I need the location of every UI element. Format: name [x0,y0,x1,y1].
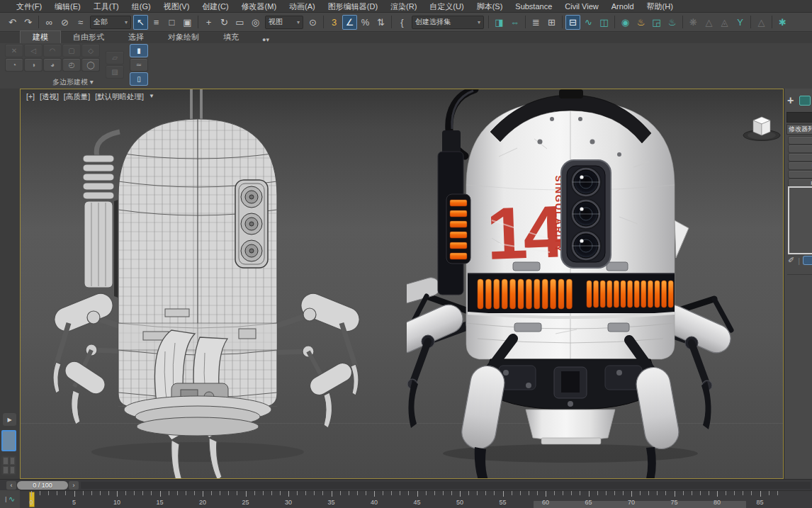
viewport-quality-label[interactable]: [高质量] [64,92,90,102]
layout-flyout-button[interactable]: ▶ [3,413,16,426]
polygon-modeling-label[interactable]: 多边形建模 ▾ [52,77,94,87]
layout-quad-tab[interactable] [1,456,16,475]
unlink-selection-icon[interactable]: ⊘ [57,15,72,30]
spinner-snap-icon[interactable]: ⇅ [373,15,388,30]
layout-single-tab[interactable] [1,430,16,451]
menu-modifiers[interactable]: 修改器(M) [235,0,283,13]
viewcube-home-icon[interactable] [740,109,783,143]
subobj-edge-icon[interactable]: ◁ [25,45,42,57]
tab-object-paint[interactable]: 对象绘制 [156,31,211,43]
next-frame-button[interactable]: › [69,481,79,490]
subobj-element-icon[interactable]: ◇ [82,45,99,57]
bind-to-space-warp-icon[interactable]: ≈ [73,15,88,30]
material-editor-icon[interactable]: ◉ [618,15,633,30]
toolbar-extra-3-icon[interactable]: ◬ [717,15,732,30]
mirror-icon[interactable]: ◨ [492,15,507,30]
collapse-stack-icon[interactable]: ▯ [130,73,147,85]
align-icon[interactable]: ⇔ [507,15,522,30]
viewport-shading-label[interactable]: [默认明暗处理] [95,92,144,102]
menu-arnold[interactable]: Arnold [605,0,641,13]
menu-views[interactable]: 视图(V) [157,0,196,13]
menu-customize[interactable]: 自定义(U) [423,0,470,13]
render-setup-icon[interactable]: ♨ [633,15,648,30]
scene-explorer-icon[interactable]: ≣ [529,15,543,30]
pin-stack-icon[interactable]: ✐ [788,256,794,265]
modifier-list-dropdown[interactable]: 修改器列表 [786,124,812,135]
add-toolbar-button[interactable]: + [787,94,794,107]
viewport-pov-label[interactable]: [透视] [40,92,59,102]
subobj-vertex-icon[interactable]: ✕ [6,45,23,57]
toolbar-extra-5-icon[interactable]: ✱ [775,15,790,30]
toolbar-extra-1-icon[interactable]: ❋ [686,15,701,30]
modifier-button-1[interactable]: 光 [789,137,812,144]
menu-help[interactable]: 帮助(H) [641,0,680,13]
menu-group[interactable]: 组(G) [125,0,157,13]
select-and-place-icon[interactable]: ◎ [248,15,263,30]
textured-robot-model[interactable]: 14 SINGULARiTY [407,89,784,478]
modifier-button-5[interactable]: 推 [789,171,812,178]
undo-icon[interactable]: ↶ [5,15,20,30]
curve-editor-icon[interactable]: ∿ [581,15,596,30]
select-by-name-icon[interactable]: ≡ [149,15,164,30]
modifier-button-4[interactable]: UVW [789,162,812,169]
toolbar-extra-2-icon[interactable]: △ [701,15,716,30]
mini-curve-editor-button[interactable]: I∿ [0,490,21,508]
menu-graph-editors[interactable]: 图形编辑器(D) [322,0,384,13]
time-slider-track[interactable] [81,482,811,489]
modify-mode-1-icon[interactable]: ▱ [106,52,123,64]
menu-tools[interactable]: 工具(T) [87,0,125,13]
object-name-field[interactable] [786,112,812,123]
menu-scripting[interactable]: 脚本(S) [470,0,509,13]
toolbar-extra-4-icon[interactable]: △ [754,15,769,30]
select-and-rotate-icon[interactable]: ↻ [217,15,232,30]
time-slider[interactable]: 0 / 100 [17,481,68,490]
use-pivot-point-icon[interactable]: ⊙ [305,15,320,30]
reference-coordinate-dropdown[interactable]: 视图▾ [265,16,303,29]
selection-filter-dropdown[interactable]: 全部▾ [90,16,131,29]
poly-tool-2-icon[interactable]: ◑ [25,59,42,71]
modify-mode-2-icon[interactable]: ▨ [106,66,123,78]
edit-named-selection-sets-icon[interactable]: { [395,15,410,30]
select-and-move-icon[interactable]: + [201,15,216,30]
modifier-button-6[interactable]: Retop [789,179,812,186]
edit-poly-mode-icon[interactable]: ≃ [130,59,147,71]
previous-frame-button[interactable]: ‹ [6,481,16,490]
snaps-toggle-3d-icon[interactable]: 3 [327,15,342,30]
menu-create[interactable]: 创建(C) [196,0,235,13]
track-bar-ruler[interactable]: 0510152025303540455055606570758085 [20,490,812,508]
populate-icon[interactable]: Y [733,15,748,30]
menu-civil-view[interactable]: Civil View [558,0,604,13]
viewport-general-menu[interactable]: [+] [26,92,35,102]
ribbon-toggle-icon[interactable]: ⊟ [565,15,580,30]
perspective-viewport[interactable]: [+][透视][高质量][默认明暗处理]▼ [20,89,784,479]
isolate-filter-icon[interactable]: ▼ [149,92,154,102]
subobj-border-icon[interactable]: ◠ [44,45,61,57]
select-and-link-icon[interactable]: ∞ [42,15,57,30]
layer-explorer-icon[interactable]: ⊞ [544,15,559,30]
subobj-polygon-icon[interactable]: ▢ [63,45,80,57]
window-crossing-icon[interactable]: ▣ [180,15,195,30]
convert-to-poly-icon[interactable]: ▮ [130,45,147,57]
named-selection-set-dropdown[interactable]: 创建选择集▾ [412,16,484,29]
menu-rendering[interactable]: 渲染(R) [384,0,423,13]
select-object-icon[interactable]: ↖ [133,15,148,30]
modifier-button-2[interactable]: 高 [789,145,812,152]
modifier-button-3[interactable]: 涡轮 [789,154,812,161]
modify-panel-tab-icon[interactable] [799,96,811,106]
poly-tool-4-icon[interactable]: ◴ [63,59,80,71]
tab-freeform[interactable]: 自由形式 [61,31,116,43]
menu-animation[interactable]: 动画(A) [283,0,322,13]
select-and-scale-icon[interactable]: ▭ [232,15,247,30]
show-end-result-icon[interactable] [803,256,812,264]
redo-icon[interactable]: ↷ [21,15,35,30]
wireframe-robot-model[interactable] [26,89,415,478]
menu-file[interactable]: 文件(F) [10,0,48,13]
rectangular-selection-region-icon[interactable]: □ [164,15,179,30]
modifier-stack-list[interactable] [788,186,812,254]
tab-selection[interactable]: 选择 [116,31,156,43]
render-production-icon[interactable]: ♨ [665,15,680,30]
tab-populate[interactable]: 填充 [211,31,251,43]
ribbon-minimize-button[interactable]: ●▾ [258,36,274,43]
percent-snap-icon[interactable]: % [358,15,373,30]
poly-tool-5-icon[interactable]: ◯ [82,59,99,71]
